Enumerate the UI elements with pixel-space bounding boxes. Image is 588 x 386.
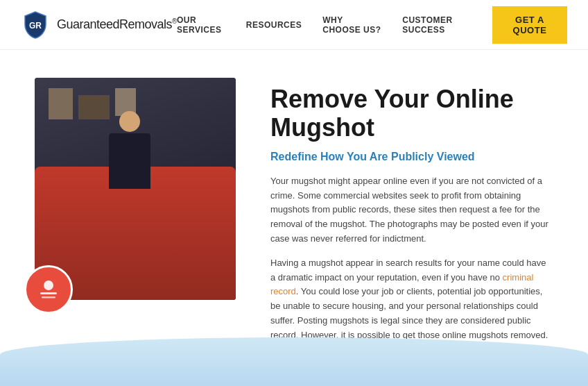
main-nav: OUR SERVICES RESOURCES WHY CHOOSE US? CU… — [177, 6, 567, 44]
get-quote-button[interactable]: GET A QUOTE — [492, 6, 567, 44]
nav-item-resources[interactable]: RESOURCES — [246, 20, 302, 30]
header: GR GuaranteedRemovals® OUR SERVICES RESO… — [0, 0, 588, 50]
nav-item-services[interactable]: OUR SERVICES — [177, 15, 225, 35]
avatar-icon — [35, 276, 62, 303]
footer-wave — [0, 337, 588, 386]
nav-item-customer-success[interactable]: CUSTOMER SUCCESS — [402, 15, 472, 35]
logo[interactable]: GR GuaranteedRemovals® — [21, 10, 177, 40]
svg-rect-2 — [40, 292, 57, 294]
avatar-badge — [24, 265, 73, 314]
person-head — [119, 111, 140, 132]
main-content: Remove Your Online Mugshot Redefine How … — [0, 50, 588, 386]
person-body — [109, 133, 150, 189]
art-piece-1 — [49, 88, 73, 119]
hero-image-section — [35, 78, 236, 300]
svg-text:GR: GR — [29, 21, 42, 31]
subtitle: Redefine How You Are Publicly Viewed — [270, 151, 553, 163]
svg-rect-3 — [42, 296, 55, 299]
nav-item-why-choose[interactable]: WHY CHOOSE US? — [322, 15, 381, 35]
person-figure — [95, 111, 164, 222]
main-title: Remove Your Online Mugshot — [270, 85, 553, 142]
svg-point-1 — [44, 280, 53, 290]
hero-image — [35, 78, 236, 300]
body-paragraph-2: Having a mugshot appear in search result… — [270, 256, 553, 343]
logo-text: GuaranteedRemovals® — [57, 17, 177, 31]
logo-shield-icon: GR — [21, 10, 50, 40]
body-paragraph-1: Your mugshot might appear online even if… — [270, 174, 553, 246]
